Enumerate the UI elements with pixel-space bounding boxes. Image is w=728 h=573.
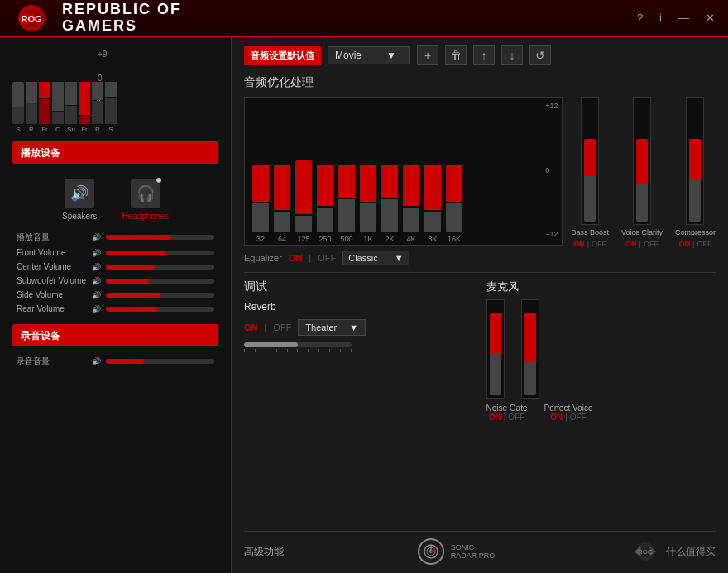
sonic-radar-area[interactable]: SONIC RADAR PRO bbox=[418, 538, 496, 565]
db-zero-eq: 0 bbox=[545, 166, 558, 174]
playback-vol-slider[interactable] bbox=[106, 235, 214, 240]
side-vol-slider[interactable] bbox=[106, 293, 214, 298]
reverb-sep: | bbox=[265, 322, 267, 332]
mic-slider-1-group bbox=[486, 299, 505, 399]
front-volume-row: Front Volume 🔊 bbox=[8, 246, 223, 260]
title-bar: ROG REPUBLIC OF GAMERS ? i — ✕ bbox=[0, 0, 728, 37]
sub-volume-row: Subwoofer Volume 🔊 bbox=[8, 274, 223, 288]
vol-icon-6: 🔊 bbox=[92, 305, 101, 313]
reset-button[interactable]: ↺ bbox=[529, 45, 551, 65]
eq-section-title: 音频优化处理 bbox=[244, 75, 716, 90]
noise-gate-on[interactable]: ON bbox=[489, 413, 501, 422]
eq-bar-125[interactable] bbox=[295, 160, 313, 232]
eq-bar-500[interactable] bbox=[338, 165, 356, 232]
add-button[interactable]: + bbox=[417, 45, 438, 65]
minimize-button[interactable]: — bbox=[673, 10, 694, 26]
side-effect-sliders: Bass Boost ON | OFF Voice Clari bbox=[571, 97, 716, 265]
rear-vol-slider[interactable] bbox=[106, 307, 214, 312]
mic-slider-2[interactable] bbox=[521, 299, 539, 399]
db-minus12: −12 bbox=[545, 230, 558, 238]
bass-on[interactable]: ON bbox=[573, 240, 585, 248]
voice-clarity-onoff: ON | OFF bbox=[625, 240, 659, 248]
delete-button[interactable]: 🗑 bbox=[445, 45, 467, 65]
speakers-icon: 🔊 bbox=[65, 179, 94, 208]
eq-bar-16k[interactable] bbox=[445, 165, 463, 232]
comp-off[interactable]: OFF bbox=[697, 240, 711, 248]
help-button[interactable]: ? bbox=[632, 10, 648, 26]
vol-icon-5: 🔊 bbox=[92, 291, 101, 299]
voice-clarity-label: Voice Clarity bbox=[621, 228, 663, 236]
sonic-radar-icon bbox=[418, 538, 444, 565]
voice-off[interactable]: OFF bbox=[644, 240, 659, 248]
eq-bar-64[interactable] bbox=[273, 165, 291, 232]
reverb-slider-container bbox=[244, 342, 474, 352]
eq-bar-4k[interactable] bbox=[402, 165, 420, 232]
noise-gate-group: Noise Gate ON | OFF bbox=[486, 403, 528, 422]
watermark-text: 什么值得买 bbox=[666, 545, 716, 559]
eq-preset-dropdown[interactable]: Classic ▼ bbox=[342, 251, 409, 265]
sub-vol-label: Subwoofer Volume bbox=[17, 276, 87, 285]
tuning-section: 调试 Reverb ON | OFF Theater ▼ bbox=[244, 279, 474, 422]
import-button[interactable]: ↑ bbox=[473, 45, 495, 65]
eq-off-btn[interactable]: OFF bbox=[318, 253, 336, 263]
preset-dropdown[interactable]: Movie ▼ bbox=[328, 46, 410, 64]
reverb-preset-dropdown[interactable]: Theater ▼ bbox=[298, 319, 366, 336]
top-toolbar: 音频设置默认值 Movie ▼ + 🗑 ↑ ↓ ↺ bbox=[244, 45, 716, 65]
eq-bar-32[interactable] bbox=[251, 165, 270, 232]
db-plus12: +12 bbox=[545, 102, 558, 110]
eq-bar-2k[interactable] bbox=[381, 165, 399, 232]
speakers-device[interactable]: 🔊 Speakers bbox=[62, 179, 97, 221]
reverb-off-btn[interactable]: OFF bbox=[273, 322, 291, 332]
export-button[interactable]: ↓ bbox=[501, 45, 523, 65]
bass-boost-label: Bass Boost bbox=[571, 228, 609, 236]
sub-vol-slider[interactable] bbox=[106, 279, 214, 284]
headphones-device[interactable]: 🎧 Headphones bbox=[122, 179, 169, 221]
mic-slider-2-group bbox=[521, 299, 539, 399]
perfect-voice-on[interactable]: ON bbox=[550, 413, 563, 422]
comp-on[interactable]: ON bbox=[679, 240, 691, 248]
front-vol-slider[interactable] bbox=[106, 251, 214, 255]
bass-off[interactable]: OFF bbox=[592, 240, 606, 248]
perfect-voice-group: Perfect Voice ON | OFF bbox=[544, 403, 593, 422]
eq-sep: | bbox=[309, 253, 311, 263]
eq-on-btn[interactable]: ON bbox=[289, 253, 303, 263]
eq-chart: +12 0 −12 bbox=[244, 97, 563, 246]
db-scale: +12 0 −12 bbox=[545, 102, 558, 238]
playback-section-label: 播放设备 bbox=[12, 141, 218, 164]
active-indicator bbox=[156, 177, 162, 184]
reverb-controls: ON | OFF Theater ▼ bbox=[244, 319, 474, 336]
freq-64: 64 bbox=[273, 235, 291, 243]
bass-boost-group: Bass Boost ON | OFF bbox=[571, 97, 609, 248]
reverb-ticks bbox=[244, 349, 352, 352]
svg-text:ROG: ROG bbox=[21, 14, 41, 24]
voice-on[interactable]: ON bbox=[625, 240, 637, 248]
reverb-slider[interactable] bbox=[244, 342, 352, 347]
reverb-on-btn[interactable]: ON bbox=[244, 322, 258, 332]
eq-bar-1k[interactable] bbox=[359, 165, 377, 232]
compressor-label: Compressor bbox=[675, 228, 716, 236]
equalizer-text: Equalizer bbox=[244, 253, 282, 263]
center-vol-slider[interactable] bbox=[106, 265, 214, 270]
playback-volume-row: 播放音量 🔊 bbox=[8, 229, 223, 246]
mic-slider-1[interactable] bbox=[486, 299, 505, 399]
voice-clarity-slider[interactable] bbox=[633, 97, 651, 225]
eq-controls: Equalizer ON | OFF Classic ▼ bbox=[244, 251, 563, 265]
freq-2k: 2K bbox=[381, 235, 399, 243]
db-plus9: +9 bbox=[98, 50, 107, 59]
mic-section: 麦克风 bbox=[486, 279, 716, 422]
playback-label: 播放设备 bbox=[21, 147, 60, 159]
voice-clarity-group: Voice Clarity ON | OFF bbox=[621, 97, 663, 248]
eq-bar-8k[interactable] bbox=[424, 165, 442, 232]
noise-gate-off[interactable]: OFF bbox=[508, 413, 524, 422]
vol-icon-4: 🔊 bbox=[92, 277, 101, 285]
perfect-voice-off[interactable]: OFF bbox=[570, 413, 587, 422]
eq-bar-250[interactable] bbox=[316, 165, 334, 232]
info-button[interactable]: i bbox=[654, 10, 667, 26]
bass-boost-slider[interactable] bbox=[581, 97, 599, 225]
compressor-slider[interactable] bbox=[686, 97, 704, 225]
preset-label: 音频设置默认值 bbox=[244, 46, 321, 65]
rec-vol-slider[interactable] bbox=[106, 359, 214, 364]
close-button[interactable]: ✕ bbox=[701, 10, 720, 26]
reverb-label: Reverb bbox=[244, 301, 276, 313]
freq-8k: 8K bbox=[424, 235, 442, 243]
